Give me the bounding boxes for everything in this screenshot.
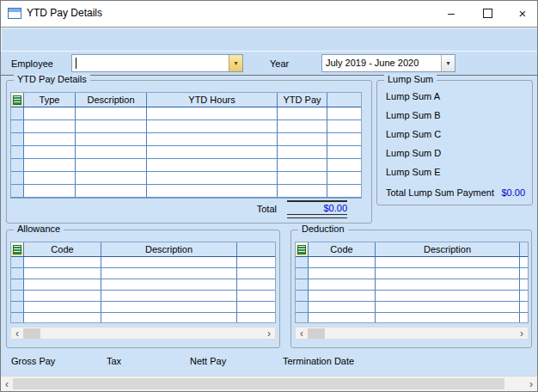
grid-cell[interactable]	[237, 279, 276, 290]
grid-cell[interactable]	[24, 279, 101, 290]
grid-cell[interactable]	[24, 107, 76, 119]
grid-cell[interactable]	[24, 133, 76, 145]
row-selector[interactable]	[296, 302, 309, 312]
grid-cell[interactable]	[24, 302, 101, 312]
column-header-ytd-hours[interactable]: YTD Hours	[147, 93, 278, 107]
grid-cell[interactable]	[376, 313, 520, 323]
close-button[interactable]: ×	[510, 3, 535, 23]
column-header-description[interactable]: Description	[76, 93, 147, 107]
grid-cell[interactable]	[147, 120, 278, 132]
grid-cell[interactable]	[327, 159, 362, 171]
column-header-blank[interactable]	[327, 93, 362, 107]
grid-cell[interactable]	[76, 172, 147, 184]
grid-cell[interactable]	[278, 159, 327, 171]
grid-cell[interactable]	[76, 120, 147, 132]
row-selector[interactable]	[11, 159, 24, 171]
grid-cell[interactable]	[309, 313, 376, 323]
grid-cell[interactable]	[147, 159, 278, 171]
grid-cell[interactable]	[101, 268, 237, 279]
scrollbar-thumb[interactable]	[308, 328, 325, 339]
grid-cell[interactable]	[24, 268, 101, 279]
export-to-excel-button[interactable]	[296, 242, 309, 256]
row-selector[interactable]	[296, 268, 309, 279]
row-selector[interactable]	[11, 268, 24, 279]
grid-cell[interactable]	[24, 159, 76, 171]
grid-cell[interactable]	[237, 291, 276, 301]
grid-cell[interactable]	[309, 302, 376, 312]
grid-cell[interactable]	[76, 159, 147, 171]
grid-cell[interactable]	[327, 133, 362, 145]
grid-cell[interactable]	[520, 302, 529, 312]
grid-cell[interactable]	[520, 268, 529, 279]
grid-cell[interactable]	[24, 313, 101, 323]
grid-cell[interactable]	[24, 146, 76, 158]
export-to-excel-button[interactable]	[11, 93, 24, 107]
grid-cell[interactable]	[76, 185, 147, 197]
grid-cell[interactable]	[520, 279, 529, 290]
row-selector[interactable]	[296, 279, 309, 290]
scroll-left-icon[interactable]: ‹	[11, 328, 23, 339]
row-selector[interactable]	[11, 279, 24, 290]
row-selector[interactable]	[11, 291, 24, 301]
grid-cell[interactable]	[278, 107, 327, 119]
grid-cell[interactable]	[327, 146, 362, 158]
grid-cell[interactable]	[520, 291, 529, 301]
grid-cell[interactable]	[327, 172, 362, 184]
grid-cell[interactable]	[24, 120, 76, 132]
grid-cell[interactable]	[309, 279, 376, 290]
scrollbar-thumb[interactable]	[13, 378, 504, 389]
column-header-blank[interactable]	[237, 242, 276, 256]
row-selector[interactable]	[11, 172, 24, 184]
employee-combobox[interactable]: ▾	[71, 54, 243, 72]
row-selector[interactable]	[11, 146, 24, 158]
year-dropdown-button[interactable]: ▾	[441, 55, 455, 71]
grid-cell[interactable]	[309, 268, 376, 279]
scroll-right-icon[interactable]: ›	[525, 379, 537, 389]
grid-cell[interactable]	[237, 257, 276, 267]
grid-cell[interactable]	[309, 257, 376, 267]
grid-cell[interactable]	[147, 133, 278, 145]
scroll-left-icon[interactable]: ‹	[296, 328, 308, 339]
grid-cell[interactable]	[376, 291, 520, 301]
row-selector[interactable]	[11, 120, 24, 132]
grid-cell[interactable]	[237, 313, 276, 323]
grid-cell[interactable]	[278, 120, 327, 132]
column-header-description[interactable]: Description	[101, 242, 237, 256]
year-combobox[interactable]: July 2019 - June 2020 ▾	[321, 54, 455, 72]
grid-cell[interactable]	[237, 302, 276, 312]
scroll-right-icon[interactable]: ›	[516, 328, 528, 339]
grid-cell[interactable]	[24, 257, 101, 267]
row-selector[interactable]	[11, 313, 24, 323]
column-header-type[interactable]: Type	[24, 93, 76, 107]
column-header-code[interactable]: Code	[24, 242, 101, 256]
grid-cell[interactable]	[24, 291, 101, 301]
row-selector[interactable]	[296, 313, 309, 323]
export-to-excel-button[interactable]	[11, 242, 24, 256]
row-selector[interactable]	[11, 302, 24, 312]
row-selector[interactable]	[11, 107, 24, 119]
grid-cell[interactable]	[376, 302, 520, 312]
minimize-button[interactable]: –	[438, 3, 464, 23]
grid-cell[interactable]	[76, 133, 147, 145]
grid-cell[interactable]	[376, 257, 520, 267]
allowance-hscrollbar[interactable]: ‹ ›	[10, 327, 276, 340]
grid-cell[interactable]	[76, 107, 147, 119]
deduction-hscrollbar[interactable]: ‹ ›	[295, 327, 529, 340]
grid-cell[interactable]	[101, 291, 237, 301]
grid-cell[interactable]	[24, 185, 76, 197]
employee-dropdown-button[interactable]: ▾	[229, 55, 242, 71]
grid-cell[interactable]	[520, 313, 529, 323]
row-selector[interactable]	[296, 257, 309, 267]
row-selector[interactable]	[11, 185, 24, 197]
row-selector[interactable]	[11, 257, 24, 267]
column-header-code[interactable]: Code	[309, 242, 376, 256]
grid-cell[interactable]	[278, 172, 327, 184]
grid-cell[interactable]	[101, 302, 237, 312]
column-header-description[interactable]: Description	[376, 242, 520, 256]
grid-cell[interactable]	[24, 172, 76, 184]
scroll-left-icon[interactable]: ‹	[1, 379, 13, 389]
row-selector[interactable]	[11, 133, 24, 145]
grid-cell[interactable]	[101, 279, 237, 290]
grid-cell[interactable]	[278, 185, 327, 197]
grid-cell[interactable]	[309, 291, 376, 301]
